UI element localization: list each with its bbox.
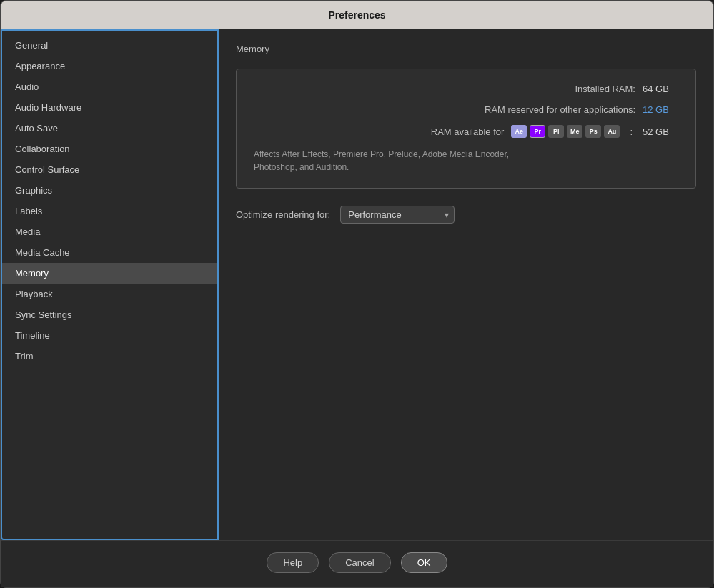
me-badge[interactable]: Me <box>567 125 582 138</box>
reserved-ram-value[interactable]: 12 GB <box>643 104 678 115</box>
optimize-label: Optimize rendering for: <box>236 209 330 220</box>
ps-badge[interactable]: Ps <box>585 125 601 138</box>
optimize-select[interactable]: Performance Memory <box>340 206 455 224</box>
footer: Help Cancel OK <box>1 540 713 587</box>
sidebar-item-control-surface[interactable]: Control Surface <box>2 159 217 180</box>
installed-ram-row: Installed RAM: 64 GB <box>254 84 678 94</box>
sidebar-item-audio-hardware[interactable]: Audio Hardware <box>2 97 217 118</box>
sidebar-item-sync-settings[interactable]: Sync Settings <box>2 304 217 325</box>
sidebar-item-graphics[interactable]: Graphics <box>2 180 217 201</box>
affects-text: Affects After Effects, Premiere Pro, Pre… <box>254 148 678 174</box>
section-title: Memory <box>236 44 696 54</box>
window-title: Preferences <box>328 9 385 21</box>
memory-box: Installed RAM: 64 GB RAM reserved for ot… <box>236 69 696 189</box>
optimize-row: Optimize rendering for: Performance Memo… <box>236 203 696 226</box>
sidebar-item-playback[interactable]: Playback <box>2 284 217 304</box>
app-icons: Ae Pr Pl Me Ps Au <box>511 125 620 138</box>
sidebar-item-media[interactable]: Media <box>2 221 217 242</box>
installed-ram-label: Installed RAM: <box>575 84 635 94</box>
sidebar-item-collaboration[interactable]: Collaboration <box>2 139 217 159</box>
sidebar-item-appearance[interactable]: Appearance <box>2 56 217 76</box>
main-panel: Memory Installed RAM: 64 GB RAM reserved… <box>219 29 713 540</box>
ae-badge[interactable]: Ae <box>511 125 527 138</box>
sidebar-item-timeline[interactable]: Timeline <box>2 325 217 346</box>
sidebar-item-general[interactable]: General <box>2 35 217 56</box>
sidebar: GeneralAppearanceAudioAudio HardwareAuto… <box>1 29 219 540</box>
sidebar-item-audio[interactable]: Audio <box>2 76 217 97</box>
available-ram-label: RAM available for <box>431 126 505 137</box>
au-badge[interactable]: Au <box>604 125 620 138</box>
available-ram-value: 52 GB <box>643 126 678 137</box>
ok-button[interactable]: OK <box>401 552 447 573</box>
reserved-ram-label: RAM reserved for other applications: <box>485 104 635 115</box>
pl-badge[interactable]: Pl <box>548 125 564 138</box>
installed-ram-value: 64 GB <box>643 84 678 94</box>
sidebar-item-memory[interactable]: Memory <box>2 263 217 284</box>
content-area: GeneralAppearanceAudioAudio HardwareAuto… <box>1 29 713 540</box>
optimize-select-wrapper[interactable]: Performance Memory <box>340 206 455 224</box>
sidebar-item-trim[interactable]: Trim <box>2 346 217 367</box>
sidebar-item-auto-save[interactable]: Auto Save <box>2 118 217 139</box>
preferences-window: Preferences GeneralAppearanceAudioAudio … <box>0 0 714 588</box>
help-button[interactable]: Help <box>267 552 319 573</box>
sidebar-item-labels[interactable]: Labels <box>2 201 217 221</box>
titlebar: Preferences <box>1 1 713 29</box>
available-ram-row: RAM available for Ae Pr Pl Me Ps Au : 52… <box>254 125 678 138</box>
colon-separator: : <box>630 126 633 137</box>
cancel-button[interactable]: Cancel <box>329 552 390 573</box>
pr-badge[interactable]: Pr <box>530 125 545 138</box>
reserved-ram-row: RAM reserved for other applications: 12 … <box>254 104 678 115</box>
sidebar-item-media-cache[interactable]: Media Cache <box>2 242 217 263</box>
